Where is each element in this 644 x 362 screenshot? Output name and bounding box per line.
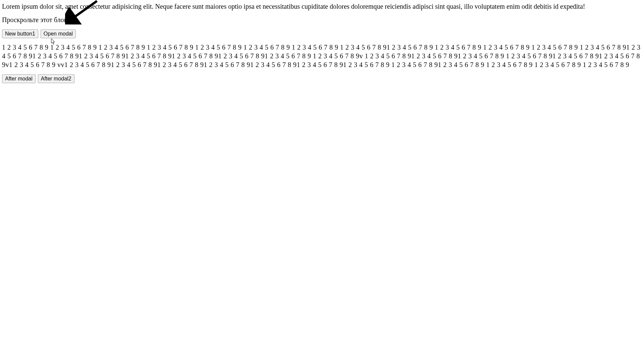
open-modal-button[interactable]: Open modal [41, 29, 76, 38]
numbers-block: 1 2 3 4 5 6 7 8 9 1 2 3 4 5 6 7 8 9 1 2 … [2, 43, 642, 69]
scroll-instruction: Проскрольте этот блок [2, 15, 642, 24]
intro-paragraph: Lorem ipsum dolor sit, amet consectetur … [2, 2, 642, 11]
button-row-bottom: After modal After modal2 [2, 74, 642, 83]
after-modal-button[interactable]: After modal [2, 74, 36, 83]
after-modal2-button[interactable]: After modal2 [38, 74, 74, 83]
scroll-instruction-text: Проскрольте этот блок [2, 16, 67, 23]
button-row-top: New button1 Open modal [2, 29, 642, 38]
new-button1[interactable]: New button1 [2, 29, 38, 38]
